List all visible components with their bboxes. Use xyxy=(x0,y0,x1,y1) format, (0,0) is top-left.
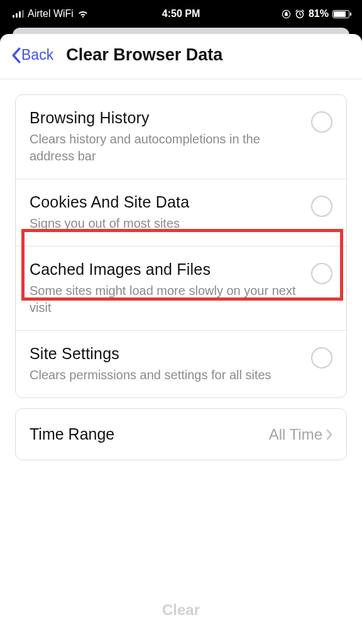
status-bar: Airtel WiFi 4:50 PM 81% xyxy=(0,0,362,28)
orientation-lock-icon xyxy=(282,9,291,19)
battery-icon xyxy=(332,10,349,18)
radio-unchecked-icon[interactable] xyxy=(311,196,332,217)
time-range-row[interactable]: Time Range All Time xyxy=(16,409,346,460)
modal-sheet: Back Clear Browser Data Browsing History… xyxy=(0,34,362,644)
option-site-settings[interactable]: Site Settings Clears permissions and set… xyxy=(16,331,346,397)
status-left: Airtel WiFi xyxy=(13,8,89,19)
clear-label: Clear xyxy=(162,601,200,618)
option-cached-images-files[interactable]: Cached Images and Files Some sites might… xyxy=(16,247,346,331)
cellular-signal-icon xyxy=(13,10,24,18)
alarm-icon xyxy=(295,9,305,19)
clear-button[interactable]: Clear xyxy=(0,601,362,619)
option-desc: Clears history and autocompletions in th… xyxy=(30,131,301,165)
back-label: Back xyxy=(21,47,53,64)
radio-unchecked-icon[interactable] xyxy=(311,111,332,133)
option-cookies-site-data[interactable]: Cookies And Site Data Signs you out of m… xyxy=(16,179,346,247)
wifi-icon xyxy=(77,9,89,18)
svg-point-0 xyxy=(82,16,84,18)
option-title: Cookies And Site Data xyxy=(30,193,301,211)
option-browsing-history[interactable]: Browsing History Clears history and auto… xyxy=(16,95,346,179)
back-button[interactable]: Back xyxy=(11,47,53,64)
option-desc: Some sites might load more slowly on you… xyxy=(30,282,301,316)
option-title: Site Settings xyxy=(30,345,301,363)
chevron-right-icon xyxy=(326,429,332,440)
page-title: Clear Browser Data xyxy=(66,45,222,65)
time-range-label: Time Range xyxy=(30,425,114,443)
radio-unchecked-icon[interactable] xyxy=(311,263,332,284)
content: Browsing History Clears history and auto… xyxy=(0,79,362,475)
chevron-left-icon xyxy=(11,47,21,64)
option-title: Cached Images and Files xyxy=(30,260,301,279)
carrier-label: Airtel WiFi xyxy=(28,8,74,19)
time-range-card: Time Range All Time xyxy=(15,408,347,460)
nav-header: Back Clear Browser Data xyxy=(0,34,362,79)
option-desc: Clears permissions and settings for all … xyxy=(30,367,301,384)
options-card: Browsing History Clears history and auto… xyxy=(15,94,347,398)
option-title: Browsing History xyxy=(30,109,301,127)
option-desc: Signs you out of most sites xyxy=(30,215,301,232)
battery-percent: 81% xyxy=(309,8,329,19)
status-time: 4:50 PM xyxy=(162,8,200,19)
radio-unchecked-icon[interactable] xyxy=(311,347,332,369)
status-right: 81% xyxy=(282,8,349,19)
time-range-value: All Time xyxy=(269,426,322,443)
